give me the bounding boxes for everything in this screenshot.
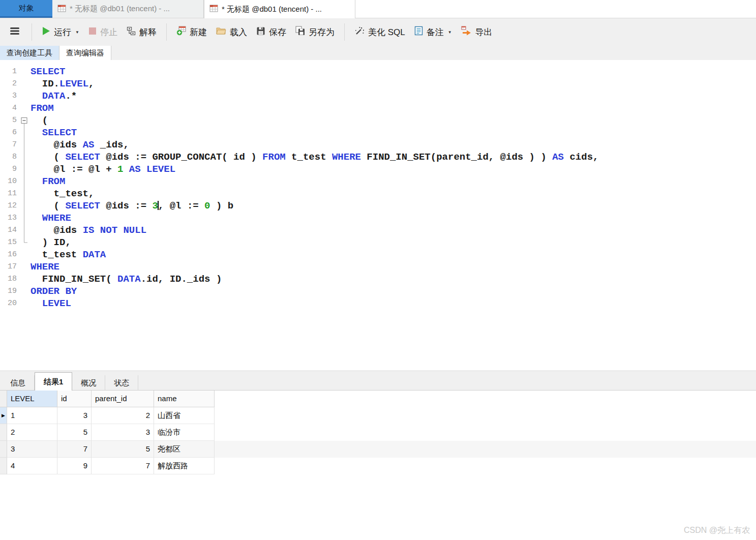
code-content: ORDER BY — [31, 285, 77, 297]
result-grid-header: LEVELidparent_idname — [0, 391, 756, 407]
cell-level[interactable]: 2 — [7, 424, 57, 441]
stop-button[interactable]: 停止 — [84, 21, 122, 43]
code-line[interactable]: 13 WHERE — [0, 212, 756, 224]
fold-guide — [19, 102, 31, 114]
code-line[interactable]: 9 @l := @l + 1 AS LEVEL — [0, 163, 756, 175]
cell-name[interactable]: 山西省 — [154, 407, 215, 424]
tab-profile[interactable]: 概况 — [72, 375, 105, 390]
cell-level[interactable]: 3 — [7, 441, 57, 458]
code-line[interactable]: 3 DATA.* — [0, 90, 756, 102]
tab-status-label: 状态 — [114, 378, 129, 387]
code-line[interactable]: 4FROM — [0, 102, 756, 114]
code-line[interactable]: 17WHERE — [0, 261, 756, 273]
cell-parent_id[interactable]: 7 — [92, 458, 154, 474]
chevron-down-icon: ▼ — [448, 30, 452, 35]
cell-parent_id[interactable]: 5 — [92, 441, 154, 458]
save-button[interactable]: 保存 — [252, 21, 291, 43]
menu-button[interactable] — [3, 21, 26, 43]
run-button[interactable]: 运行▼ — [37, 21, 84, 43]
column-header-name[interactable]: name — [154, 391, 215, 407]
comment-button[interactable]: 备注▼ — [410, 21, 457, 43]
query-tab-2[interactable]: * 无标题 @db01 (tencent) - ... — [204, 0, 355, 18]
code-line[interactable]: 10 FROM — [0, 175, 756, 188]
code-line[interactable]: 8 ( SELECT @ids := GROUP_CONCAT( id ) FR… — [0, 151, 756, 163]
code-content: ( SELECT @ids := 3, @l := 0 ) b — [31, 200, 233, 212]
cell-level[interactable]: 4 — [7, 458, 57, 474]
line-number: 5 — [0, 114, 19, 127]
fold-guide — [19, 188, 31, 200]
cell-parent_id[interactable]: 2 — [92, 407, 154, 424]
stop-icon — [88, 27, 97, 38]
beautify-sql-button[interactable]: 美化 SQL — [350, 21, 410, 43]
code-content: @l := @l + 1 AS LEVEL — [31, 163, 175, 175]
code-line[interactable]: 5 ( — [0, 114, 756, 127]
window-tab-label: 对象 — [19, 4, 34, 13]
code-line[interactable]: 1SELECT — [0, 66, 756, 78]
line-number: 6 — [0, 127, 19, 139]
save-as-button[interactable]: 另存为 — [291, 21, 339, 43]
new-query-button[interactable]: 新建 — [172, 21, 211, 43]
code-content: SELECT — [31, 127, 77, 139]
code-line[interactable]: 18 FIND_IN_SET( DATA.id, ID._ids ) — [0, 273, 756, 285]
column-header-id[interactable]: id — [57, 391, 92, 407]
comment-icon — [414, 26, 423, 38]
cell-level[interactable]: 1 — [7, 407, 57, 424]
new-query-button-label: 新建 — [190, 26, 207, 38]
code-content: ( — [31, 114, 48, 127]
cell-id[interactable]: 9 — [57, 458, 92, 474]
column-header-parent_id[interactable]: parent_id — [92, 391, 154, 407]
explain-button[interactable]: 解释 — [122, 21, 161, 43]
fold-guide — [19, 212, 31, 224]
code-line[interactable]: 16 t_test DATA — [0, 249, 756, 261]
code-line[interactable]: 7 @ids AS _ids, — [0, 139, 756, 151]
tab-query-builder[interactable]: 查询创建工具 — [0, 46, 59, 60]
row-selector[interactable] — [0, 441, 7, 458]
code-line[interactable]: 19ORDER BY — [0, 285, 756, 297]
beautify-sql-button-label: 美化 SQL — [368, 26, 405, 38]
fold-guide — [19, 261, 31, 273]
code-content: @ids IS NOT NULL — [31, 224, 146, 236]
code-content: t_test, — [31, 188, 94, 200]
code-line[interactable]: 11 t_test, — [0, 188, 756, 200]
code-line[interactable]: 12 ( SELECT @ids := 3, @l := 0 ) b — [0, 200, 756, 212]
cell-parent_id[interactable]: 3 — [92, 424, 154, 441]
code-line[interactable]: 2 ID.LEVEL, — [0, 78, 756, 90]
sql-editor[interactable]: 1SELECT2 ID.LEVEL,3 DATA.*4FROM5 (6 SELE… — [0, 60, 756, 370]
row-selector[interactable] — [0, 458, 7, 474]
load-button[interactable]: 载入 — [211, 21, 252, 43]
tab-status[interactable]: 状态 — [105, 375, 138, 390]
row-selector[interactable] — [0, 424, 7, 441]
current-row-marker[interactable]: ▶ — [0, 407, 7, 424]
tab-query-editor-label: 查询编辑器 — [66, 48, 104, 58]
column-header-level[interactable]: LEVEL — [7, 391, 57, 407]
cell-id[interactable]: 7 — [57, 441, 92, 458]
cell-id[interactable]: 5 — [57, 424, 92, 441]
line-number: 15 — [0, 236, 19, 249]
comment-button-label: 备注 — [427, 26, 444, 38]
line-number: 16 — [0, 249, 19, 261]
cell-id[interactable]: 3 — [57, 407, 92, 424]
new-icon — [176, 26, 186, 38]
tab-query-editor[interactable]: 查询编辑器 — [59, 46, 111, 60]
fold-toggle-icon[interactable] — [19, 114, 31, 127]
fold-guide — [19, 224, 31, 236]
code-line[interactable]: 14 @ids IS NOT NULL — [0, 224, 756, 236]
code-line[interactable]: 20 LEVEL — [0, 297, 756, 310]
tab-result-1[interactable]: 结果1 — [35, 372, 72, 391]
line-number: 4 — [0, 102, 19, 114]
objects-tab[interactable]: 对象 — [0, 0, 52, 18]
code-content: FROM — [31, 102, 54, 114]
cell-name[interactable]: 解放西路 — [154, 458, 215, 474]
code-content: FROM — [31, 175, 65, 188]
code-line[interactable]: 6 SELECT — [0, 127, 756, 139]
fold-guide — [19, 151, 31, 163]
code-content: SELECT — [31, 66, 65, 78]
export-button[interactable]: 导出 — [457, 21, 497, 43]
code-line[interactable]: 15 ) ID, — [0, 236, 756, 249]
query-tab-1[interactable]: * 无标题 @db01 (tencent) - ... — [52, 0, 204, 18]
beautify-icon — [354, 26, 365, 39]
cell-name[interactable]: 尧都区 — [154, 441, 215, 458]
tab-messages[interactable]: 信息 — [2, 375, 35, 390]
line-number: 2 — [0, 78, 19, 90]
cell-name[interactable]: 临汾市 — [154, 424, 215, 441]
